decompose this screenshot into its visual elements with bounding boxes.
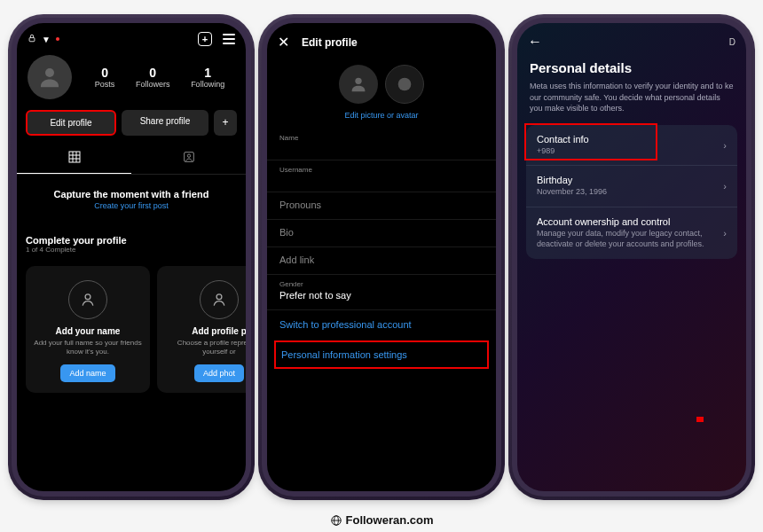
svg-point-9	[85, 294, 90, 300]
name-field[interactable]: Name	[267, 129, 496, 160]
screen-personal-details: ← D Personal details Meta uses this info…	[517, 23, 746, 491]
username-field[interactable]: Username	[267, 160, 496, 192]
grid-icon	[67, 150, 82, 164]
add-name-button[interactable]: Add name	[60, 364, 114, 382]
page-title: Personal details	[517, 57, 746, 81]
profile-header: 0 Posts 0 Followers 1 Following	[17, 51, 246, 106]
chevron-right-icon: ›	[723, 228, 727, 239]
top-bar: ▼ +	[17, 23, 246, 51]
svg-rect-2	[69, 152, 80, 162]
card-add-photo: Add profile p Choose a profile represent…	[157, 266, 246, 393]
stat-followers[interactable]: 0 Followers	[136, 66, 170, 89]
red-marker-icon	[696, 417, 704, 422]
avatar[interactable]	[28, 55, 72, 99]
edit-picture-link[interactable]: Edit picture or avatar	[267, 106, 496, 129]
close-icon[interactable]: ✕	[278, 34, 289, 51]
highlight-box	[524, 123, 657, 160]
switch-professional-link[interactable]: Switch to professional account	[267, 310, 496, 339]
chevron-right-icon: ›	[723, 181, 727, 192]
card-add-name: Add your name Add your full name so your…	[26, 266, 150, 393]
person-icon	[200, 280, 239, 319]
menu-icon[interactable]	[223, 34, 235, 44]
page-title: Edit profile	[302, 36, 358, 49]
add-link-field[interactable]: Add link	[267, 247, 496, 275]
tagged-icon	[182, 150, 196, 164]
svg-rect-0	[29, 38, 35, 42]
phone-personal-details: ← D Personal details Meta uses this info…	[512, 18, 751, 497]
screen-profile: ▼ + 0 Posts 0	[17, 23, 246, 491]
globe-icon	[330, 514, 342, 527]
capture-title: Capture the moment with a friend	[28, 189, 235, 200]
username-dropdown[interactable]: ▼	[42, 35, 51, 44]
discover-people-button[interactable]: +	[214, 110, 237, 136]
share-profile-button[interactable]: Share profile	[122, 110, 208, 136]
create-first-post-link[interactable]: Create your first post	[28, 201, 235, 210]
svg-point-11	[355, 78, 361, 84]
birthday-item[interactable]: Birthday November 23, 1996 ›	[526, 166, 737, 207]
watermark: Followeran.com	[0, 513, 763, 527]
svg-point-8	[187, 154, 190, 157]
tab-tagged[interactable]	[131, 143, 246, 174]
complete-profile-section: Complete your profile 1 of 4 Complete	[17, 224, 246, 259]
pronouns-field[interactable]: Pronouns	[267, 192, 496, 220]
stat-following[interactable]: 1 Following	[191, 66, 224, 89]
edit-profile-button[interactable]: Edit profile	[26, 110, 116, 136]
add-photo-button[interactable]: Add phot	[194, 364, 244, 382]
phone-profile: ▼ + 0 Posts 0	[12, 18, 251, 497]
screen-edit-profile: ✕ Edit profile Edit picture or avatar Na…	[267, 23, 496, 491]
svg-point-10	[216, 294, 222, 300]
phone-edit-profile: ✕ Edit profile Edit picture or avatar Na…	[262, 18, 501, 497]
page-description: Meta uses this information to verify you…	[517, 81, 746, 125]
svg-point-12	[398, 78, 412, 91]
capture-prompt: Capture the moment with a friend Create …	[17, 175, 246, 224]
avatar-emoji[interactable]	[385, 65, 424, 104]
svg-point-1	[45, 68, 54, 77]
tab-grid[interactable]	[17, 143, 131, 174]
personal-info-settings-link[interactable]: Personal information settings	[274, 340, 489, 369]
avatar-photo[interactable]	[339, 65, 378, 104]
account-ownership-item[interactable]: Account ownership and control Manage you…	[526, 207, 737, 258]
lock-icon	[28, 33, 36, 45]
chevron-right-icon: ›	[723, 140, 727, 151]
gender-field[interactable]: Gender Prefer not to say	[267, 275, 496, 310]
header-right: D	[729, 37, 735, 47]
create-button[interactable]: +	[198, 32, 212, 46]
person-icon	[68, 280, 107, 319]
back-icon[interactable]: ←	[528, 34, 542, 50]
profile-tabs	[17, 143, 246, 175]
bio-field[interactable]: Bio	[267, 220, 496, 247]
edit-header: ✕ Edit profile	[267, 23, 496, 58]
stat-posts[interactable]: 0 Posts	[95, 66, 115, 89]
notification-dot-icon	[56, 37, 59, 41]
